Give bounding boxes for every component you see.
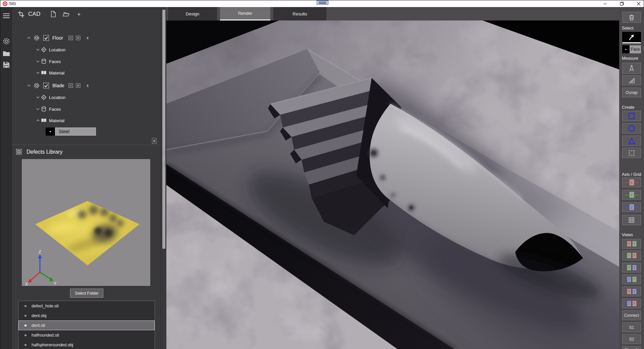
view-yx-button[interactable]: YX <box>622 251 641 260</box>
render-canvas[interactable] <box>166 20 619 349</box>
chevron-down-icon[interactable] <box>36 71 40 75</box>
tree-node-floor[interactable]: Floor x <box>12 34 161 42</box>
tree-node-floor-faces[interactable]: Faces <box>12 57 161 65</box>
create-triangle-button[interactable] <box>622 136 641 146</box>
file-list-item[interactable]: halfsphererounded.obj <box>18 340 155 349</box>
defect-preview-canvas[interactable]: Z X Y <box>22 159 150 286</box>
chevron-up-icon[interactable] <box>26 36 31 40</box>
panel-scrollbar[interactable] <box>161 7 166 349</box>
view-xz-button[interactable]: XZ <box>622 287 641 296</box>
box-square-icon[interactable] <box>76 83 80 88</box>
file-list-item[interactable]: halfrounded.stl <box>18 330 155 340</box>
view-letter: Y <box>627 253 631 258</box>
visibility-checkbox[interactable] <box>43 83 49 89</box>
show-button[interactable]: Show N <box>622 346 641 349</box>
menu-icon[interactable] <box>2 12 10 20</box>
select-mode-dropdown[interactable]: ▼ Face <box>622 45 641 53</box>
viewport-tabbar: Design Render Results <box>166 7 619 20</box>
tree-node-floor-material[interactable]: Material <box>12 69 161 77</box>
gear-icon[interactable] <box>33 82 40 89</box>
box-x-icon[interactable] <box>68 83 73 88</box>
grid-toggle-button[interactable] <box>622 215 641 225</box>
tree-child-label: Location <box>49 47 65 52</box>
snap-indicator <box>317 0 328 5</box>
create-square-button[interactable] <box>622 111 641 121</box>
axis-z-button[interactable]: Z <box>622 202 641 212</box>
tree-child-label: Location <box>49 95 65 100</box>
tree-child-label: Faces <box>49 59 61 64</box>
chevron-down-icon[interactable] <box>36 48 40 52</box>
tree-child-label: Material <box>49 70 64 76</box>
view-zx-button[interactable]: ZX <box>622 299 641 308</box>
box-square-icon[interactable] <box>76 36 80 40</box>
tree-node-label: Floor <box>52 35 63 41</box>
tree-node-label: Blade <box>52 83 64 88</box>
minimize-button[interactable] <box>599 0 611 7</box>
scene-tree: Floor x Location Faces <box>12 7 161 145</box>
square-shape-icon <box>628 112 635 120</box>
save-floppy-icon[interactable] <box>2 61 10 69</box>
view-xy-button[interactable]: XY <box>622 239 641 249</box>
box-x-icon[interactable] <box>68 36 73 40</box>
tree-node-blade-faces[interactable]: Faces <box>12 105 161 113</box>
file-list-item[interactable]: defect_hole.stl <box>18 301 155 311</box>
render-grain-overlay <box>166 20 619 349</box>
material-value-field[interactable]: Steel <box>55 128 96 136</box>
titlebar: SIG <box>0 0 644 7</box>
remove-node-button[interactable]: x <box>87 36 89 40</box>
tree-child-label: Material <box>49 118 64 123</box>
s2-button[interactable]: S2 <box>622 334 641 344</box>
tree-node-blade[interactable]: Blade x <box>12 82 161 90</box>
s1-button[interactable]: S1 <box>622 322 641 332</box>
tree-node-blade-material[interactable]: Material <box>12 116 161 124</box>
select-folder-button[interactable]: Select Folder <box>70 289 103 298</box>
view-letter: Z <box>627 301 631 306</box>
close-icon <box>637 2 641 6</box>
select-cursor-button[interactable] <box>622 32 641 43</box>
close-button[interactable] <box>632 0 644 7</box>
material-dropdown-button[interactable]: ▼ <box>46 128 55 136</box>
chevron-down-icon[interactable] <box>36 59 40 63</box>
file-list-item[interactable]: dent.obj <box>18 311 155 320</box>
scrollbar-thumb[interactable] <box>162 10 165 249</box>
create-circle-button[interactable] <box>622 123 641 134</box>
visibility-checkbox[interactable] <box>43 35 49 41</box>
connect-button[interactable]: Connect <box>622 310 641 320</box>
measure-compass-button[interactable] <box>622 63 641 74</box>
settings-gear-icon[interactable] <box>2 37 10 45</box>
view-zy-button[interactable]: ZY <box>622 275 641 284</box>
open-folder-icon[interactable] <box>2 50 10 58</box>
gear-icon[interactable] <box>33 34 40 42</box>
panel-close-button[interactable]: X <box>152 138 157 144</box>
bullet-icon <box>24 325 26 327</box>
tree-node-floor-location[interactable]: Location <box>12 46 161 54</box>
tree-node-blade-location[interactable]: Location <box>12 93 161 101</box>
axis-x-button[interactable]: X <box>622 178 641 187</box>
tab-render[interactable]: Render <box>220 7 270 20</box>
chevron-down-icon[interactable] <box>36 95 40 99</box>
osnap-button[interactable]: Osnap <box>622 88 641 97</box>
tab-results[interactable]: Results <box>273 7 326 20</box>
chevron-down-icon[interactable] <box>36 107 40 111</box>
check-icon <box>44 84 48 88</box>
axis-y-button[interactable]: Y <box>622 190 641 200</box>
delete-button[interactable] <box>622 12 641 23</box>
tab-design[interactable]: Design <box>168 7 217 20</box>
grid-icon <box>628 217 635 223</box>
remove-node-button[interactable]: x <box>87 83 89 88</box>
chevron-up-icon[interactable] <box>26 84 31 88</box>
chevron-up-icon[interactable] <box>36 118 40 122</box>
axis-y-label: Y <box>54 281 57 286</box>
view-letter: X <box>632 301 637 306</box>
viewport: Design Render Results <box>166 7 619 349</box>
app-logo-icon <box>3 1 7 6</box>
minimize-icon <box>603 2 607 6</box>
file-list-item-selected[interactable]: dent.stl <box>18 320 155 330</box>
location-icon <box>41 47 47 53</box>
check-icon <box>44 36 48 40</box>
create-marquee-button[interactable] <box>622 148 641 158</box>
measure-setsquare-button[interactable] <box>622 76 641 85</box>
view-yz-button[interactable]: YZ <box>622 263 641 272</box>
restore-button[interactable] <box>615 0 628 7</box>
selection-marquee-icon <box>628 149 636 157</box>
